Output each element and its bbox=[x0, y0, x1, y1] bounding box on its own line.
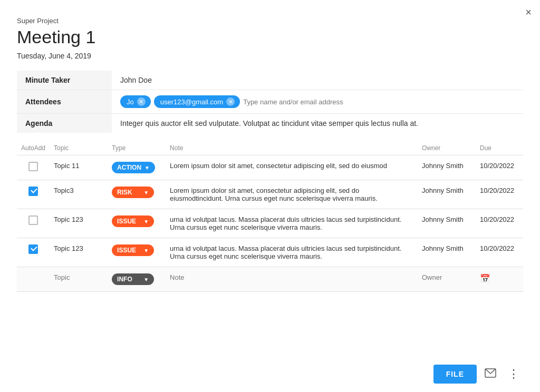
header-due: Due bbox=[476, 141, 523, 155]
close-icon: × bbox=[525, 6, 532, 18]
topics-section: AutoAdd Topic Type Note Owner Due Topic … bbox=[0, 141, 540, 292]
table-row: Topic 11 ACTION ▼ Lorem ipsum dolor sit … bbox=[17, 155, 523, 180]
agenda-row: Agenda Integer quis auctor elit sed vulp… bbox=[17, 114, 523, 133]
project-name: Super Project bbox=[17, 17, 523, 25]
attendees-cell: Jo ✕ user123@gmail.com ✕ bbox=[112, 90, 523, 114]
meeting-date: Tuesday, June 4, 2019 bbox=[17, 52, 523, 60]
row-type-2: ISSUE ▼ bbox=[108, 209, 166, 238]
row-due-0: 10/20/2022 bbox=[476, 155, 523, 180]
minute-taker-label: Minute Taker bbox=[17, 71, 112, 90]
row-due-1: 10/20/2022 bbox=[476, 180, 523, 209]
type-badge-1[interactable]: RISK ▼ bbox=[112, 187, 154, 198]
badge-arrow-1: ▼ bbox=[143, 190, 149, 195]
header-topic: Topic bbox=[50, 141, 108, 155]
email-button[interactable] bbox=[481, 365, 500, 384]
info-table: Minute Taker John Doe Attendees Jo ✕ use… bbox=[17, 71, 523, 133]
more-options-icon: ⋮ bbox=[508, 367, 520, 381]
row-checkbox-2[interactable] bbox=[28, 215, 38, 225]
type-badge-2[interactable]: ISSUE ▼ bbox=[112, 215, 154, 227]
topics-table-head: AutoAdd Topic Type Note Owner Due bbox=[17, 141, 523, 155]
calendar-icon[interactable]: 📅 bbox=[480, 274, 490, 283]
row-due-3: 10/20/2022 bbox=[476, 238, 523, 267]
attendee-chip-remove-1[interactable]: ✕ bbox=[226, 97, 235, 106]
row-checkbox-0[interactable] bbox=[28, 162, 38, 171]
row-checkbox-3[interactable] bbox=[28, 244, 38, 254]
file-button[interactable]: FILE bbox=[433, 365, 477, 384]
attendee-chip-name-0: Jo bbox=[127, 98, 134, 106]
new-topic-row: INFO ▼ 📅 bbox=[17, 267, 523, 292]
row-type-1: RISK ▼ bbox=[108, 180, 166, 209]
email-icon bbox=[485, 368, 496, 380]
attendee-chip-0[interactable]: Jo ✕ bbox=[120, 95, 151, 108]
new-row-topic-cell bbox=[50, 267, 108, 292]
row-note-1: Lorem ipsum dolor sit amet, consectetur … bbox=[166, 180, 418, 209]
row-owner-3: Johnny Smith bbox=[418, 238, 476, 267]
attendees-label: Attendees bbox=[17, 90, 112, 114]
agenda-value: Integer quis auctor elit sed vulputate. … bbox=[112, 114, 523, 133]
row-checkbox-cell-3 bbox=[17, 238, 50, 267]
topics-table: AutoAdd Topic Type Note Owner Due Topic … bbox=[17, 141, 523, 292]
row-checkbox-1[interactable] bbox=[28, 187, 38, 196]
new-owner-input[interactable] bbox=[422, 273, 471, 281]
row-due-2: 10/20/2022 bbox=[476, 209, 523, 238]
row-topic-0: Topic 11 bbox=[50, 155, 108, 180]
minute-taker-value: John Doe bbox=[112, 71, 523, 90]
row-topic-3: Topic 123 bbox=[50, 238, 108, 267]
row-owner-1: Johnny Smith bbox=[418, 180, 476, 209]
agenda-label: Agenda bbox=[17, 114, 112, 133]
row-type-3: ISSUE ▼ bbox=[108, 238, 166, 267]
badge-arrow-0: ▼ bbox=[144, 165, 150, 171]
row-checkbox-cell-2 bbox=[17, 209, 50, 238]
type-badge-3[interactable]: ISSUE ▼ bbox=[112, 244, 154, 256]
badge-arrow-3: ▼ bbox=[143, 248, 149, 253]
row-owner-0: Johnny Smith bbox=[418, 155, 476, 180]
row-topic-1: Topic3 bbox=[50, 180, 108, 209]
dialog-header: Super Project Meeting 1 Tuesday, June 4,… bbox=[0, 0, 540, 133]
more-options-button[interactable]: ⋮ bbox=[504, 365, 523, 384]
row-note-3: urna id volutpat lacus. Massa placerat d… bbox=[166, 238, 418, 267]
attendee-chip-name-1: user123@gmail.com bbox=[160, 98, 223, 106]
row-note-2: urna id volutpat lacus. Massa placerat d… bbox=[166, 209, 418, 238]
header-type: Type bbox=[108, 141, 166, 155]
dialog-footer: FILE ⋮ bbox=[0, 356, 540, 392]
row-checkbox-cell-0 bbox=[17, 155, 50, 180]
new-row-owner-cell bbox=[418, 267, 476, 292]
table-row: Topic 123 ISSUE ▼ urna id volutpat lacus… bbox=[17, 238, 523, 267]
header-note: Note bbox=[166, 141, 418, 155]
new-topic-input[interactable] bbox=[54, 273, 103, 281]
table-row: Topic3 RISK ▼ Lorem ipsum dolor sit amet… bbox=[17, 180, 523, 209]
topics-header-row: AutoAdd Topic Type Note Owner Due bbox=[17, 141, 523, 155]
new-badge-arrow: ▼ bbox=[143, 277, 149, 282]
row-note-0: Lorem ipsum dolor sit amet, consectetur … bbox=[166, 155, 418, 180]
meeting-title: Meeting 1 bbox=[17, 27, 523, 47]
header-autoadd: AutoAdd bbox=[17, 141, 50, 155]
topics-tbody: Topic 11 ACTION ▼ Lorem ipsum dolor sit … bbox=[17, 155, 523, 292]
header-owner: Owner bbox=[418, 141, 476, 155]
new-note-input[interactable] bbox=[170, 273, 413, 281]
new-row-note-cell bbox=[166, 267, 418, 292]
badge-arrow-2: ▼ bbox=[143, 219, 149, 224]
new-row-due-cell: 📅 bbox=[476, 267, 523, 292]
new-row-autoadd bbox=[17, 267, 50, 292]
row-checkbox-cell-1 bbox=[17, 180, 50, 209]
new-type-badge[interactable]: INFO ▼ bbox=[112, 273, 154, 285]
close-button[interactable]: × bbox=[525, 6, 532, 18]
new-row-type: INFO ▼ bbox=[108, 267, 166, 292]
dialog: × Super Project Meeting 1 Tuesday, June … bbox=[0, 0, 540, 392]
row-owner-2: Johnny Smith bbox=[418, 209, 476, 238]
attendee-chip-remove-0[interactable]: ✕ bbox=[137, 97, 146, 106]
attendees-row: Attendees Jo ✕ user123@gmail.com ✕ bbox=[17, 90, 523, 114]
table-row: Topic 123 ISSUE ▼ urna id volutpat lacus… bbox=[17, 209, 523, 238]
type-badge-0[interactable]: ACTION ▼ bbox=[112, 162, 155, 173]
row-topic-2: Topic 123 bbox=[50, 209, 108, 238]
row-type-0: ACTION ▼ bbox=[108, 155, 166, 180]
minute-taker-row: Minute Taker John Doe bbox=[17, 71, 523, 90]
attendee-input[interactable] bbox=[243, 98, 349, 106]
attendee-chip-1[interactable]: user123@gmail.com ✕ bbox=[154, 95, 240, 108]
